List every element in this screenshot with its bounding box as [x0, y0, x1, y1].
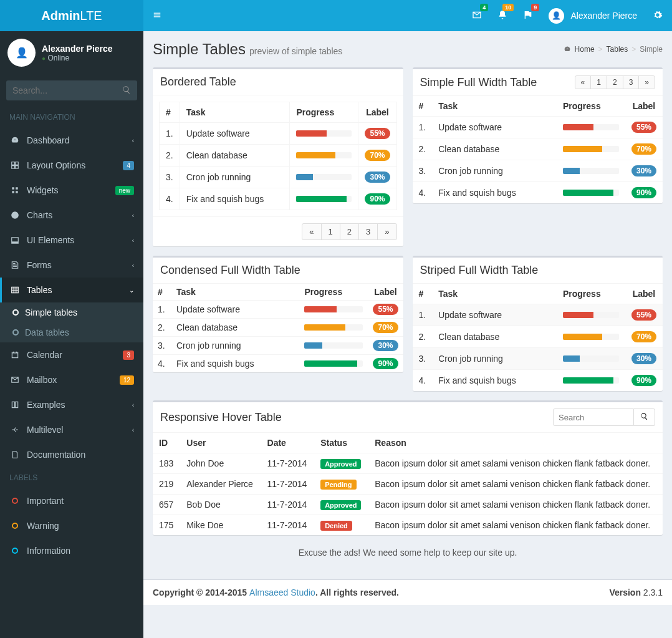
label-important[interactable]: Important	[0, 488, 143, 513]
sidebar-item-label: Charts	[27, 210, 126, 220]
pagination-simple-full: «123»	[575, 75, 655, 89]
table-row: 2.Clean database70%	[153, 319, 403, 337]
progress-bar	[563, 168, 619, 174]
table-row: 3.Cron job running30%	[413, 160, 663, 182]
progress-label: 90%	[365, 193, 390, 205]
table-row: 1.Update software55%	[160, 123, 397, 145]
chevron-left-icon: ‹	[132, 427, 134, 433]
breadcrumb-home[interactable]: Home	[575, 45, 595, 54]
hover-search-input[interactable]	[553, 408, 634, 426]
sidebar-section-labels: LABELS	[0, 467, 143, 488]
sidebar-item-documentation[interactable]: Documentation	[0, 442, 143, 467]
page-link[interactable]: »	[638, 75, 655, 89]
hover-table: IDUserDateStatusReason183John Doe11-7-20…	[153, 433, 663, 535]
page-link[interactable]: «	[302, 223, 321, 240]
progress-bar	[304, 306, 363, 312]
page-link[interactable]: 1	[321, 223, 340, 240]
menu-icon	[11, 136, 19, 145]
bordered-table: #TaskProgressLabel1.Update software55%2.…	[159, 102, 397, 210]
label-information[interactable]: Information	[0, 538, 143, 563]
striped-table: #TaskProgressLabel1.Update software55%2.…	[413, 284, 663, 391]
table-row: 1.Update software55%	[413, 304, 663, 326]
menu-icon	[11, 286, 19, 294]
progress-label: 30%	[631, 353, 656, 364]
sidebar-avatar: 👤	[7, 39, 36, 67]
table-row: 3.Cron job running30%	[153, 337, 403, 355]
page-link[interactable]: 2	[607, 75, 623, 89]
label-text: Warning	[27, 521, 134, 531]
sidebar-item-forms[interactable]: Forms‹	[0, 253, 143, 278]
table-row: 657Bob Doe11-7-2014ApprovedBacon ipsum d…	[153, 495, 663, 515]
menu-icon	[11, 400, 19, 409]
user-menu[interactable]: 👤 Alexander Pierce	[549, 8, 637, 24]
progress-label: 70%	[365, 150, 390, 161]
label-text: Information	[27, 546, 134, 556]
ad-text: Excuse the ads! We need some help to kee…	[153, 535, 663, 570]
circle-icon	[12, 329, 19, 336]
hover-search-button[interactable]	[634, 408, 655, 426]
sidebar-search-button[interactable]	[115, 80, 137, 100]
user-name: Alexander Pierce	[570, 11, 637, 21]
footer-studio-link[interactable]: Almsaeed Studio	[249, 587, 315, 597]
menu-icon	[11, 261, 19, 269]
sidebar-badge: 4	[123, 161, 134, 170]
box-title-bordered: Bordered Table	[160, 75, 236, 89]
progress-label: 55%	[631, 309, 656, 321]
breadcrumb-current: Simple	[640, 45, 663, 54]
status-badge: Approved	[320, 459, 361, 469]
table-row: 3.Cron job running30%	[413, 348, 663, 370]
progress-bar	[563, 124, 619, 130]
circle-icon	[12, 548, 18, 554]
menu-icon	[11, 450, 19, 459]
nav-settings[interactable]	[653, 10, 663, 22]
submenu-data-tables[interactable]: Data tables	[0, 322, 143, 342]
logo[interactable]: AdminLTE	[0, 0, 143, 31]
sidebar-item-calendar[interactable]: Calendar3	[0, 342, 143, 367]
progress-label: 70%	[631, 143, 656, 155]
table-row: 2.Clean database70%	[413, 138, 663, 160]
sidebar-toggle[interactable]	[153, 11, 161, 21]
progress-bar	[563, 312, 619, 318]
submenu-simple-tables[interactable]: Simple tables	[0, 302, 143, 322]
table-row: 4.Fix and squish bugs90%	[413, 182, 663, 204]
menu-icon	[11, 375, 19, 384]
nav-messages[interactable]: 4	[472, 10, 482, 22]
chevron-left-icon: ‹	[132, 137, 134, 144]
status-badge: Approved	[320, 500, 361, 510]
page-link[interactable]: 3	[358, 223, 378, 240]
progress-label: 90%	[373, 358, 398, 369]
page-link[interactable]: 3	[623, 75, 640, 89]
page-link[interactable]: 1	[590, 75, 607, 89]
search-icon	[122, 85, 131, 94]
progress-label: 30%	[365, 172, 390, 183]
sidebar-item-dashboard[interactable]: Dashboard‹	[0, 128, 143, 153]
sidebar-user-status[interactable]: ● Online	[42, 54, 113, 62]
progress-bar	[563, 334, 619, 340]
sidebar-item-multilevel[interactable]: Multilevel‹	[0, 417, 143, 442]
nav-tasks[interactable]: 9	[523, 10, 533, 22]
nav-notifications[interactable]: 10	[497, 10, 507, 22]
page-link[interactable]: «	[575, 75, 592, 89]
progress-label: 70%	[373, 322, 398, 333]
sidebar-item-tables[interactable]: Tables⌄	[0, 278, 143, 302]
sidebar-item-examples[interactable]: Examples‹	[0, 392, 143, 417]
sidebar-item-charts[interactable]: Charts‹	[0, 203, 143, 228]
table-row: 2.Clean database70%	[413, 326, 663, 348]
label-warning[interactable]: Warning	[0, 513, 143, 538]
simple-full-table: #TaskProgressLabel1.Update software55%2.…	[413, 96, 663, 203]
breadcrumb-tables[interactable]: Tables	[607, 45, 628, 54]
sidebar-item-label: Calendar	[27, 350, 117, 360]
menu-icon	[11, 211, 19, 220]
page-link[interactable]: 2	[340, 223, 359, 240]
sidebar-item-widgets[interactable]: Widgetsnew	[0, 178, 143, 203]
page-link[interactable]: »	[377, 223, 396, 240]
sidebar-item-label: Forms	[27, 260, 126, 270]
sidebar-item-layout-options[interactable]: Layout Options4	[0, 153, 143, 178]
sidebar-item-mailbox[interactable]: Mailbox12	[0, 367, 143, 392]
box-title-striped: Striped Full Width Table	[420, 264, 539, 277]
box-title-hover: Responsive Hover Table	[160, 411, 282, 424]
sidebar-item-ui-elements[interactable]: UI Elements‹	[0, 228, 143, 253]
progress-bar	[563, 146, 619, 152]
pagination-bordered: «123»	[302, 223, 396, 240]
sidebar-section-main: MAIN NAVIGATION	[0, 107, 143, 128]
